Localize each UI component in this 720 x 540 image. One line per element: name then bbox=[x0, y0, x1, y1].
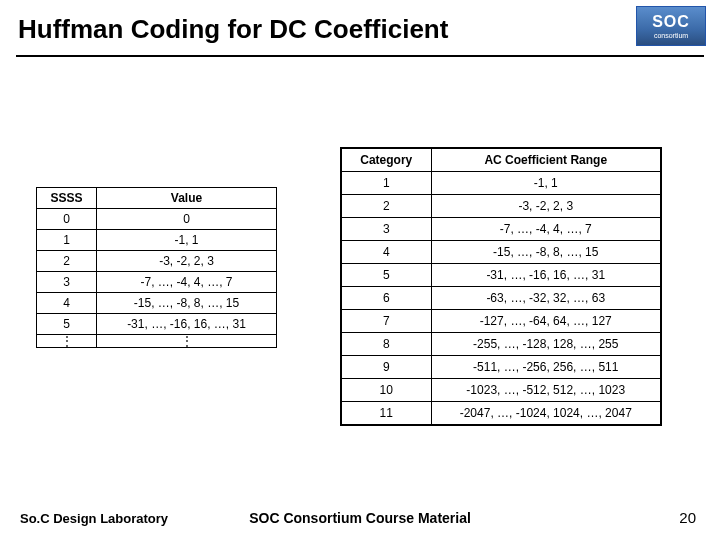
title-bar: Huffman Coding for DC Coefficient bbox=[0, 0, 720, 51]
value-header: Value bbox=[97, 188, 277, 209]
page-number: 20 bbox=[679, 509, 696, 526]
vdots-icon: ⋮ bbox=[97, 335, 277, 348]
category-cell: 9 bbox=[341, 356, 431, 379]
ssss-cell: 1 bbox=[37, 230, 97, 251]
range-cell: -63, …, -32, 32, …, 63 bbox=[431, 287, 661, 310]
range-cell: -15, …, -8, 8, …, 15 bbox=[431, 241, 661, 264]
table-header-row: SSSS Value bbox=[37, 188, 277, 209]
value-cell: -15, …, -8, 8, …, 15 bbox=[97, 293, 277, 314]
content-area: SSSS Value 0 0 1 -1, 1 2 -3, -2, 2, 3 3 … bbox=[0, 57, 720, 477]
table-row: 11-2047, …, -1024, 1024, …, 2047 bbox=[341, 402, 661, 426]
table-row: 8-255, …, -128, 128, …, 255 bbox=[341, 333, 661, 356]
table-row: 4-15, …, -8, 8, …, 15 bbox=[341, 241, 661, 264]
category-cell: 4 bbox=[341, 241, 431, 264]
table-row: 3-7, …, -4, 4, …, 7 bbox=[341, 218, 661, 241]
range-cell: -255, …, -128, 128, …, 255 bbox=[431, 333, 661, 356]
ssss-cell: 3 bbox=[37, 272, 97, 293]
category-cell: 1 bbox=[341, 172, 431, 195]
ssss-cell: 5 bbox=[37, 314, 97, 335]
table-row-ellipsis: ⋮ ⋮ bbox=[37, 335, 277, 348]
category-table: Category AC Coefficient Range 1-1, 1 2-3… bbox=[340, 147, 662, 426]
table-row: 7-127, …, -64, 64, …, 127 bbox=[341, 310, 661, 333]
table-row: 5-31, …, -16, 16, …, 31 bbox=[341, 264, 661, 287]
soc-logo: SOC consortium bbox=[636, 6, 706, 46]
range-cell: -31, …, -16, 16, …, 31 bbox=[431, 264, 661, 287]
table-row: 1 -1, 1 bbox=[37, 230, 277, 251]
table-row: 1-1, 1 bbox=[341, 172, 661, 195]
range-cell: -7, …, -4, 4, …, 7 bbox=[431, 218, 661, 241]
value-cell: -3, -2, 2, 3 bbox=[97, 251, 277, 272]
value-cell: -1, 1 bbox=[97, 230, 277, 251]
table-row: 5 -31, …, -16, 16, …, 31 bbox=[37, 314, 277, 335]
range-cell: -511, …, -256, 256, …, 511 bbox=[431, 356, 661, 379]
table-row: 0 0 bbox=[37, 209, 277, 230]
soc-logo-text: SOC bbox=[652, 14, 690, 30]
category-cell: 2 bbox=[341, 195, 431, 218]
table-row: 3 -7, …, -4, 4, …, 7 bbox=[37, 272, 277, 293]
category-header: Category bbox=[341, 148, 431, 172]
ssss-header: SSSS bbox=[37, 188, 97, 209]
table-row: 6-63, …, -32, 32, …, 63 bbox=[341, 287, 661, 310]
table-row: 4 -15, …, -8, 8, …, 15 bbox=[37, 293, 277, 314]
range-cell: -127, …, -64, 64, …, 127 bbox=[431, 310, 661, 333]
category-cell: 8 bbox=[341, 333, 431, 356]
range-cell: -2047, …, -1024, 1024, …, 2047 bbox=[431, 402, 661, 426]
table-row: 10-1023, …, -512, 512, …, 1023 bbox=[341, 379, 661, 402]
value-cell: -31, …, -16, 16, …, 31 bbox=[97, 314, 277, 335]
category-cell: 7 bbox=[341, 310, 431, 333]
page-title: Huffman Coding for DC Coefficient bbox=[18, 14, 702, 45]
category-cell: 3 bbox=[341, 218, 431, 241]
table-row: 9-511, …, -256, 256, …, 511 bbox=[341, 356, 661, 379]
ssss-cell: 2 bbox=[37, 251, 97, 272]
ssss-table: SSSS Value 0 0 1 -1, 1 2 -3, -2, 2, 3 3 … bbox=[36, 187, 277, 348]
table-row: 2-3, -2, 2, 3 bbox=[341, 195, 661, 218]
table-row: 2 -3, -2, 2, 3 bbox=[37, 251, 277, 272]
range-cell: -1, 1 bbox=[431, 172, 661, 195]
range-cell: -1023, …, -512, 512, …, 1023 bbox=[431, 379, 661, 402]
value-cell: 0 bbox=[97, 209, 277, 230]
range-cell: -3, -2, 2, 3 bbox=[431, 195, 661, 218]
ssss-cell: 4 bbox=[37, 293, 97, 314]
footer-center-label: SOC Consortium Course Material bbox=[249, 510, 471, 526]
ssss-cell: 0 bbox=[37, 209, 97, 230]
table-header-row: Category AC Coefficient Range bbox=[341, 148, 661, 172]
soc-logo-subtext: consortium bbox=[654, 32, 688, 39]
category-cell: 11 bbox=[341, 402, 431, 426]
category-cell: 10 bbox=[341, 379, 431, 402]
vdots-icon: ⋮ bbox=[37, 335, 97, 348]
category-cell: 5 bbox=[341, 264, 431, 287]
footer-left-label: So.C Design Laboratory bbox=[20, 511, 168, 526]
value-cell: -7, …, -4, 4, …, 7 bbox=[97, 272, 277, 293]
range-header: AC Coefficient Range bbox=[431, 148, 661, 172]
category-cell: 6 bbox=[341, 287, 431, 310]
